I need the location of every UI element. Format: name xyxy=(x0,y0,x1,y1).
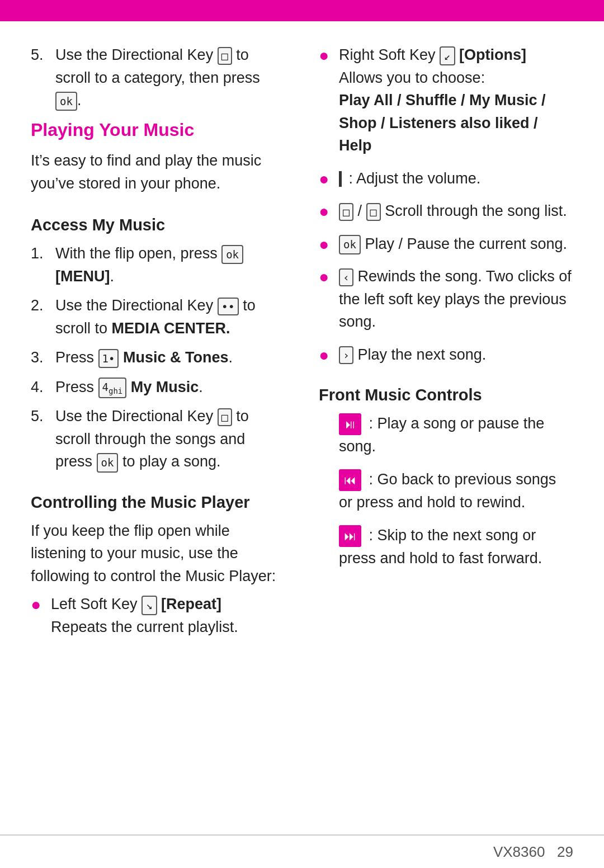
right-column: ● Right Soft Key ↙ [Options] Allows you … xyxy=(319,44,573,648)
repeat-label: [Repeat] xyxy=(161,596,221,612)
bullet-dot-volume: ● xyxy=(319,167,329,191)
right-bullets: ● Right Soft Key ↙ [Options] Allows you … xyxy=(319,44,573,366)
lsk-icon: ↘ xyxy=(141,596,157,615)
controlling-bullets: ● Left Soft Key ↘ [Repeat] Repeats the c… xyxy=(31,593,285,638)
front-playpause: ⏯ : Play a song or pause the song. xyxy=(319,412,573,458)
scroll-desc: Scroll through the song list. xyxy=(385,202,567,219)
next-icon: › xyxy=(339,346,353,364)
dir-key-icon-step5: □ xyxy=(218,408,232,426)
controlling-para: If you keep the flip open while listenin… xyxy=(31,520,285,588)
ok-icon-step5: ok xyxy=(97,453,119,473)
bullet-scroll: ● □ / □ Scroll through the song list. xyxy=(319,200,573,223)
step-2: 2. Use the Directional Key •• to scroll … xyxy=(31,294,285,339)
scroll-left-icon: □ xyxy=(339,203,353,221)
front-playpause-desc: : Play a song or pause the song. xyxy=(339,415,544,455)
bullet-next: ● › Play the next song. xyxy=(319,343,573,366)
footer-model: VX8360 xyxy=(493,843,545,861)
ok-key-icon: ok xyxy=(55,92,77,111)
front-prev: ⏮ : Go back to previous songs or press a… xyxy=(319,468,573,514)
front-next-desc: : Skip to the next song or press and hol… xyxy=(339,527,542,567)
access-heading: Access My Music xyxy=(31,216,285,234)
front-prev-desc: : Go back to previous songs or press and… xyxy=(339,471,556,511)
repeat-desc: Repeats the current playlist. xyxy=(51,619,238,635)
left-column: 5. Use the Directional Key □ to scroll t… xyxy=(31,44,285,648)
my-music-label: My Music xyxy=(131,379,199,395)
bullet-dot-rewind: ● xyxy=(319,265,329,289)
bullet-dot-scroll: ● xyxy=(319,200,329,223)
front-prev-icon: ⏮ xyxy=(339,469,361,491)
step-text: Use the Directional Key □ to scroll to a… xyxy=(55,46,260,108)
front-next-icon: ⏭ xyxy=(339,525,361,547)
next-desc: Play the next song. xyxy=(358,346,487,363)
bullet-playpause: ● ok Play / Pause the current song. xyxy=(319,233,573,256)
step-4: 4. Press 4ghi My Music. xyxy=(31,376,285,399)
bullet-dot-icon: ● xyxy=(31,593,41,616)
media-center-label: MEDIA CENTER. xyxy=(112,320,230,337)
dir-key-icon-step2: •• xyxy=(218,298,239,315)
menu-label: [MENU] xyxy=(55,268,110,285)
main-content: 5. Use the Directional Key □ to scroll t… xyxy=(0,21,604,671)
bullet-dot-next: ● xyxy=(319,343,329,367)
bullet-dot-rsk: ● xyxy=(319,44,329,67)
rsk-icon: ↙ xyxy=(440,46,455,66)
step-num: 5. xyxy=(31,44,44,67)
front-playpause-icon: ⏯ xyxy=(339,413,361,435)
ok-icon-step1: ok xyxy=(221,245,243,265)
directional-key-icon: □ xyxy=(218,47,232,65)
music-tones-label: Music & Tones xyxy=(123,349,229,366)
footer-page: 29 xyxy=(557,843,573,861)
options-label: [Options] xyxy=(459,46,526,63)
bullet-rewind: ● ‹ Rewinds the song. Two clicks of the … xyxy=(319,265,573,333)
access-steps: 1. With the flip open, press ok [MENU]. … xyxy=(31,242,285,473)
ok-play-icon: ok xyxy=(339,235,361,254)
step-5: 5. Use the Directional Key □ to scroll t… xyxy=(31,405,285,473)
step-3: 3. Press 1• Music & Tones. xyxy=(31,346,285,369)
bullet-dot-play: ● xyxy=(319,233,329,256)
volume-desc: : Adjust the volume. xyxy=(349,170,481,187)
front-controls-list: ⏯ : Play a song or pause the song. ⏮ : G… xyxy=(319,412,573,570)
bullet-lsk: ● Left Soft Key ↘ [Repeat] Repeats the c… xyxy=(31,593,285,638)
rewind-icon: ‹ xyxy=(339,268,353,286)
bullet-rsk: ● Right Soft Key ↙ [Options] Allows you … xyxy=(319,44,573,157)
options-choices: Play All / Shuffle / My Music / Shop / L… xyxy=(339,92,546,154)
volume-icon xyxy=(339,171,342,187)
section-heading: Playing Your Music xyxy=(31,120,285,140)
play-desc: Play / Pause the current song. xyxy=(365,235,567,252)
rewind-desc: Rewinds the song. Two clicks of the left… xyxy=(339,268,572,330)
num1-icon: 1• xyxy=(98,349,119,369)
front-controls-heading: Front Music Controls xyxy=(319,386,573,404)
bullet-volume: ● : Adjust the volume. xyxy=(319,167,573,190)
options-desc: Allows you to choose: xyxy=(339,69,485,86)
intro-paragraph: It’s easy to find and play the music you… xyxy=(31,149,285,196)
footer: VX8360 29 xyxy=(0,834,604,868)
intro-steps: 5. Use the Directional Key □ to scroll t… xyxy=(31,44,285,112)
front-next: ⏭ : Skip to the next song or press and h… xyxy=(319,524,573,570)
top-bar xyxy=(0,0,604,21)
controlling-heading: Controlling the Music Player xyxy=(31,493,285,512)
step-1: 1. With the flip open, press ok [MENU]. xyxy=(31,242,285,287)
intro-step-5: 5. Use the Directional Key □ to scroll t… xyxy=(31,44,285,112)
num4-icon: 4ghi xyxy=(98,378,127,399)
scroll-right-icon: □ xyxy=(366,203,381,221)
